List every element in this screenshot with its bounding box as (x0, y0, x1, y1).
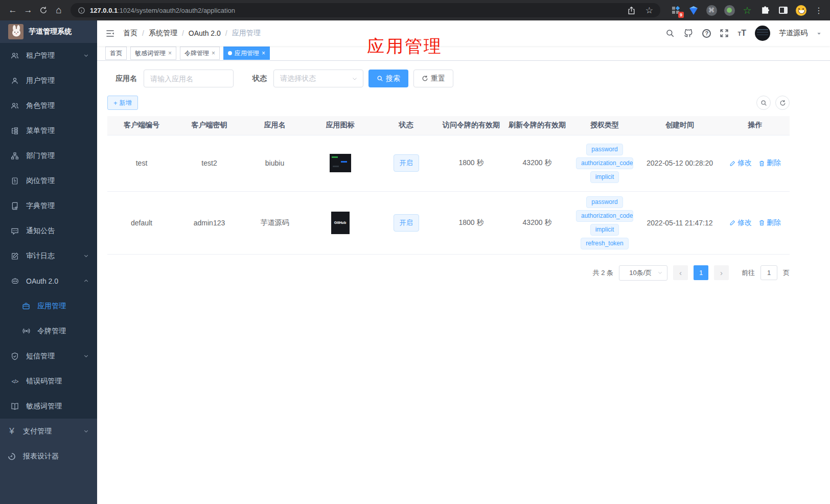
breadcrumb-system[interactable]: 系统管理 (149, 29, 177, 38)
bookmark-star-icon[interactable]: ☆ (645, 5, 653, 16)
sidebar-item-oauth-token[interactable]: 令牌管理 (0, 318, 97, 343)
breadcrumb-home[interactable]: 首页 (123, 29, 137, 38)
app-logo[interactable]: 芋道管理系统 (0, 20, 97, 43)
page-size-select[interactable]: 10条/页 (619, 265, 667, 281)
team-icon (10, 52, 19, 60)
chevron-down-icon (83, 253, 89, 259)
sidebar-item-post[interactable]: 岗位管理 (0, 168, 97, 193)
tab-home[interactable]: 首页 (105, 47, 127, 60)
cell-client-secret: test2 (176, 135, 243, 191)
tab-sensitive-words[interactable]: 敏感词管理× (130, 47, 176, 60)
sidebar-item-audit[interactable]: 审计日志 (0, 243, 97, 268)
chevron-up-icon (83, 278, 89, 284)
close-icon[interactable]: × (168, 50, 172, 57)
tab-token-management[interactable]: 令牌管理× (180, 47, 220, 60)
table-header-row: 客户端编号 客户端密钥 应用名 应用图标 状态 访问令牌的有效期 刷新令牌的有效… (107, 116, 790, 135)
goto-page-input[interactable] (760, 265, 777, 280)
sidebar-item-menu[interactable]: 菜单管理 (0, 118, 97, 143)
side-panel-icon[interactable] (777, 4, 789, 16)
sidebar-item-notice[interactable]: 通知公告 (0, 218, 97, 243)
delete-button[interactable]: 删除 (758, 218, 781, 227)
add-button[interactable]: + 新增 (107, 96, 138, 110)
sidebar-item-report-designer[interactable]: 报表设计器 (0, 444, 97, 469)
sidebar-item-label: 短信管理 (26, 352, 55, 361)
search-button[interactable]: 搜索 (368, 70, 408, 87)
refresh-table-button[interactable] (775, 96, 790, 110)
breadcrumb-separator: / (182, 29, 184, 37)
sidebar-item-pay[interactable]: ¥ 支付管理 (0, 419, 97, 444)
sidebar-collapse-button[interactable] (105, 29, 115, 38)
sidebar-item-errcode[interactable]: </> 错误码管理 (0, 369, 97, 394)
breadcrumb-oauth[interactable]: OAuth 2.0 (189, 29, 221, 37)
pagination: 共 2 条 10条/页 ‹ 1 › 前往 页 (107, 265, 790, 281)
puzzle-extension-icon[interactable] (759, 4, 771, 16)
col-app-icon: 应用图标 (307, 116, 374, 135)
close-icon[interactable]: × (212, 50, 215, 57)
green-star-extension-icon[interactable]: ☆ (741, 4, 753, 16)
chevron-down-icon (83, 353, 89, 359)
reset-button[interactable]: 重置 (413, 70, 453, 87)
extension-grid-icon[interactable]: 9 (670, 4, 682, 16)
sidebar-item-label: 应用管理 (37, 302, 66, 311)
sidebar-item-oauth[interactable]: OAuth 2.0 (0, 268, 97, 293)
back-icon: ← (9, 5, 17, 15)
github-icon[interactable] (683, 28, 694, 38)
close-icon[interactable]: × (262, 50, 265, 57)
breadcrumb-current: 应用管理 (232, 29, 261, 38)
app-name-input[interactable] (144, 70, 234, 87)
tab-application-management[interactable]: 应用管理× (223, 47, 270, 60)
extension-badge: 9 (678, 12, 684, 18)
sidebar-item-user[interactable]: 用户管理 (0, 68, 97, 93)
font-size-icon[interactable]: TT (737, 29, 746, 38)
sidebar-item-label: 部门管理 (26, 151, 55, 161)
cell-client-id: test (107, 135, 176, 191)
record-extension-icon[interactable] (723, 4, 735, 16)
profile-emoji-icon[interactable] (795, 4, 807, 16)
tags-view-bar: 首页 敏感词管理× 令牌管理× 应用管理× (97, 46, 830, 61)
col-app-name: 应用名 (243, 116, 307, 135)
sidebar-item-oauth-application[interactable]: 应用管理 (0, 293, 97, 318)
trash-icon (758, 160, 765, 167)
status-select[interactable]: 请选择状态 (273, 70, 363, 87)
sidebar-item-sensitive[interactable]: 敏感词管理 (0, 394, 97, 419)
page-number-button[interactable]: 1 (694, 265, 708, 280)
caret-down-icon[interactable] (816, 31, 822, 36)
prev-page-button[interactable]: ‹ (673, 265, 688, 280)
command-extension-icon[interactable]: ⌘ (705, 4, 718, 16)
prev-icon: ‹ (679, 268, 682, 277)
fullscreen-icon[interactable] (720, 29, 729, 38)
sidebar-item-role[interactable]: 角色管理 (0, 93, 97, 118)
share-icon[interactable] (628, 6, 635, 15)
sidebar-item-tenant[interactable]: 租户管理 (0, 43, 97, 68)
next-page-button[interactable]: › (714, 265, 729, 280)
sidebar-item-dept[interactable]: 部门管理 (0, 143, 97, 168)
filter-form: 应用名 状态 请选择状态 搜索 重置 (107, 70, 790, 87)
app-title: 芋道管理系统 (29, 27, 72, 36)
browser-reload-button[interactable] (36, 3, 51, 18)
sidebar-item-dict[interactable]: 字典管理 (0, 193, 97, 218)
sidebar-item-sms[interactable]: 短信管理 (0, 343, 97, 369)
collapse-menu-icon (105, 29, 115, 38)
help-icon[interactable]: ? (702, 29, 711, 38)
show-search-button[interactable] (756, 96, 771, 110)
avatar[interactable] (755, 26, 770, 41)
browser-toolbar: ← → ⌂ 127.0.0.1:1024/system/oauth2/oauth… (0, 0, 830, 20)
edit-button[interactable]: 修改 (729, 158, 752, 168)
browser-menu-icon[interactable]: ⋮ (813, 4, 825, 16)
search-icon[interactable] (665, 29, 675, 38)
status-badge: 开启 (394, 214, 419, 232)
command-icon: ⌘ (708, 7, 714, 14)
browser-home-button[interactable]: ⌂ (51, 3, 66, 18)
username[interactable]: 芋道源码 (779, 29, 808, 38)
url-path: :1024/system/oauth2/oauth2/application (118, 7, 235, 14)
gem-extension-icon[interactable] (687, 4, 700, 16)
robot-icon (10, 277, 19, 285)
edit-button[interactable]: 修改 (729, 218, 752, 227)
sidebar-item-label: 通知公告 (26, 226, 55, 236)
delete-button[interactable]: 删除 (758, 158, 781, 168)
browser-forward-button[interactable]: → (20, 3, 36, 18)
address-bar[interactable]: 127.0.0.1:1024/system/oauth2/oauth2/appl… (71, 3, 660, 17)
page-unit-label: 页 (783, 268, 790, 278)
sidebar-item-label: 租户管理 (26, 51, 55, 60)
browser-back-button[interactable]: ← (5, 3, 20, 18)
